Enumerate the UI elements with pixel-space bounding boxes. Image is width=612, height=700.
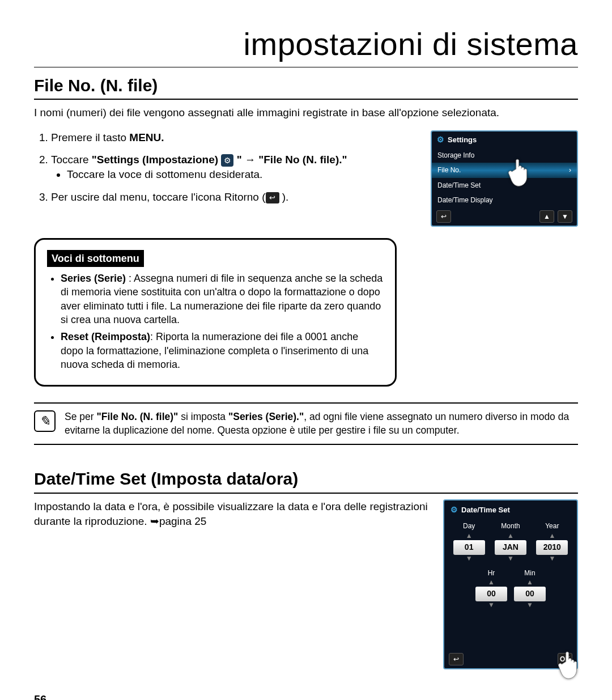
settings-item-storage[interactable]: Storage Info [432,148,577,163]
step2-pre: Toccare [51,154,92,166]
settings-header: ⚙ Settings [432,131,577,149]
submenu-reset: Reset (Reimposta): Riporta la numerazion… [61,330,384,371]
year-down-button[interactable]: ▼ [549,555,555,563]
year-up-button[interactable]: ▲ [549,532,555,540]
day-down-button[interactable]: ▼ [466,555,473,563]
ok-button[interactable]: OK [558,653,572,665]
step2-after: " → "File No (N. file)." [233,154,347,166]
reset-name: Reset (Reimposta) [61,331,150,342]
section1-lead: I nomi (numeri) dei file vengono assegna… [34,105,578,120]
step3-pre: Per uscire dal menu, toccare l'icona Rit… [51,191,266,203]
section2-lead: Impostando la data e l'ora, è possibile … [34,499,432,528]
year-spinner: Year ▲ 2010 ▼ [534,521,570,562]
section-heading-file-no: File No. (N. file) [34,74,578,100]
step3-post: ). [279,191,289,203]
hr-spinner: Hr ▲ 00 ▼ [475,569,507,609]
day-up-button[interactable]: ▲ [466,532,473,540]
day-value[interactable]: 01 [453,540,485,555]
return-icon: ↩ [266,192,279,203]
min-spinner: Min ▲ 00 ▼ [514,569,546,609]
page-title: impostazioni di sistema [34,23,578,67]
section-heading-datetime: Date/Time Set (Imposta data/ora) [34,468,578,494]
submenu-box: Voci di sottomenu Series (Serie) : Asseg… [34,238,397,387]
step-2: Toccare "Settings (Impostazione) ⚙ " → "… [51,152,419,181]
month-up-button[interactable]: ▲ [507,532,514,540]
settings-item-datetime-display[interactable]: Date/Time Display [432,193,577,207]
note-b2: "Series (Serie)." [228,411,304,422]
month-down-button[interactable]: ▼ [507,555,514,563]
back-button[interactable]: ↩ [449,653,464,665]
note-row: ✎ Se per "File No. (N. file)" si imposta… [34,402,578,445]
gear-icon: ⚙ [221,154,233,167]
year-value[interactable]: 2010 [536,540,568,555]
month-value[interactable]: JAN [495,540,526,555]
datetime-header: ⚙ Date/Time Set [444,500,577,520]
submenu-label: Voci di sottomenu [47,250,144,267]
note-b1: "File No. (N. file)" [96,411,178,422]
note-mid: si imposta [178,411,228,422]
item-label: Date/Time Set [437,181,481,190]
down-button[interactable]: ▼ [558,210,572,223]
step-1: Premere il tasto MENU. [51,130,419,145]
gear-icon: ⚙ [450,506,458,514]
datetime-screen: ⚙ Date/Time Set Day ▲ 01 ▼ Month ▲ JAN ▼… [443,499,578,669]
min-value[interactable]: 00 [514,587,546,601]
step1-pre: Premere il tasto [51,131,129,143]
steps-list: Premere il tasto MENU. Toccare "Settings… [34,130,419,205]
note-pre: Se per [65,411,96,422]
day-spinner: Day ▲ 01 ▼ [451,521,487,562]
item-label: Storage Info [437,151,474,160]
step1-bold: MENU. [129,131,164,143]
page-number: 56 [34,692,578,700]
day-label: Day [463,521,475,531]
note-icon: ✎ [34,410,56,432]
series-name: Series (Serie) [61,273,126,284]
month-label: Month [501,521,520,531]
settings-screen: ⚙ Settings Storage Info File No.› Date/T… [431,130,578,227]
gear-icon: ⚙ [436,136,444,144]
datetime-title: Date/Time Set [461,505,510,515]
chevron-right-icon: › [569,166,571,175]
item-label: File No. [437,166,461,175]
min-up-button[interactable]: ▲ [526,579,533,587]
min-label: Min [524,569,535,578]
hr-label: Hr [488,569,495,578]
note-text: Se per "File No. (N. file)" si imposta "… [65,410,578,437]
year-label: Year [545,521,559,531]
settings-item-file-no[interactable]: File No.› [432,163,577,177]
step2-bold: "Settings (Impostazione) [92,154,222,166]
back-button[interactable]: ↩ [436,210,451,223]
month-spinner: Month ▲ JAN ▼ [492,521,528,562]
hr-down-button[interactable]: ▼ [488,601,495,609]
hr-value[interactable]: 00 [475,587,507,601]
up-button[interactable]: ▲ [539,210,554,223]
step-3: Per uscire dal menu, toccare l'icona Rit… [51,190,419,205]
settings-title: Settings [448,135,477,145]
item-label: Date/Time Display [437,196,493,205]
step2-sub: Toccare la voce di sottomenu desiderata. [67,167,419,182]
hr-up-button[interactable]: ▲ [488,579,495,587]
min-down-button[interactable]: ▼ [526,601,533,609]
submenu-series: Series (Serie) : Assegna numeri di file … [61,271,384,326]
settings-item-datetime-set[interactable]: Date/Time Set [432,178,577,193]
